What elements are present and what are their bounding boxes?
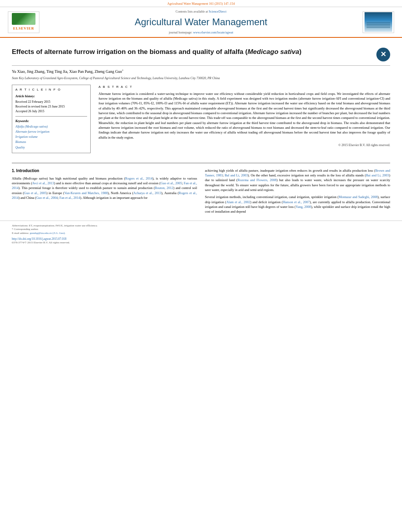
introduction-heading: 1. Introduction <box>12 168 197 174</box>
ref-yang[interactable]: Yang, 2008 <box>296 205 311 209</box>
ref-fan-2014b[interactable]: Fan et al., 2014 <box>60 196 80 200</box>
crossmark-badge: ✕ <box>376 48 390 61</box>
elsevier-logo: ELSEVIER <box>8 11 39 33</box>
affiliation-text: State Key Laboratory of Grassland Agro-E… <box>12 76 390 80</box>
ref-avci-2013[interactable]: Avci et al., 2013 <box>32 181 54 185</box>
accepted-date: Accepted 26 July 2015 <box>15 109 87 113</box>
keyword-3: Irrigation volume <box>15 135 87 139</box>
journal-homepage-line: journal homepage: www.elsevier.com/locat… <box>47 30 355 35</box>
abstract-text: Alternate furrow irrigation is considere… <box>99 91 390 140</box>
ref-rozema-flowers[interactable]: Rozema and Flowers, 2008 <box>238 178 277 182</box>
keywords-label: Keywords: <box>15 119 87 123</box>
intro-right-col: achieving high yields of alfalfa pasture… <box>205 168 390 217</box>
keyword-1: Alfalfa (Medicago sativa) <box>15 124 87 129</box>
journal-logo-box <box>363 11 394 33</box>
ref-bal-li[interactable]: Bal and Li, 2003 <box>225 173 248 177</box>
intro-paragraph-2: achieving high yields of alfalfa pasture… <box>205 168 390 193</box>
keyword-2: Alternate furrow irrigation <box>15 130 87 134</box>
corresponding-note: * Corresponding author. <box>12 228 390 232</box>
ref-guo-2005b[interactable]: Guo et al., 2005 <box>24 191 47 195</box>
article-history-label: Article history: <box>15 94 87 98</box>
doi-line: http://dx.doi.org/10.1016/j.agwat.2015.0… <box>12 237 390 241</box>
section-divider <box>12 163 390 163</box>
keyword-5: Quality <box>15 145 87 150</box>
revised-date: Received in revised form 23 June 2015 <box>15 104 87 109</box>
abstract-heading: A B S T R A C T <box>99 85 390 89</box>
abbreviations-note: Abbreviations: ET, evapotranspiration; I… <box>12 224 390 228</box>
page-footer: Abbreviations: ET, evapotranspiration; I… <box>0 221 402 247</box>
authors-line: Yu Xiao, Jing Zhang, Ting Ting Jia, Xiao… <box>12 69 390 74</box>
journal-title: Agricultural Water Management <box>47 15 355 29</box>
ref-montazar[interactable]: Montazar and Sadeghi, 2008 <box>339 195 378 199</box>
doi-link[interactable]: http://dx.doi.org/10.1016/j.agwat.2015.0… <box>12 237 66 241</box>
article-title: Effects of alternate furrow irrigation o… <box>12 48 376 56</box>
journal-header: ELSEVIER Contents lists available at Sci… <box>0 7 402 38</box>
crossmark-icon[interactable]: ✕ <box>376 48 390 61</box>
ref-rogers-2014[interactable]: Rogers et al., 2014 <box>125 176 153 180</box>
journal-logo-image <box>365 12 392 32</box>
journal-citation: Agricultural Water Management 161 (2015)… <box>0 0 402 7</box>
info-divider <box>15 116 87 117</box>
intro-paragraph-1: Alfalfa (Medicago sativa) has high nutri… <box>12 176 197 200</box>
article-title-section: Effects of alternate furrow irrigation o… <box>12 42 390 66</box>
article-info-abstract-section: A R T I C L E I N F O Article history: R… <box>12 85 390 158</box>
elsevier-wordmark: ELSEVIER <box>13 26 34 31</box>
issn-line: 0378-3774/© 2015 Elsevier B.V. All right… <box>12 241 390 245</box>
intro-paragraph-3: Several irrigation methods, including co… <box>205 195 390 214</box>
received-date: Received 22 February 2015 <box>15 100 87 104</box>
journal-title-area: Contents lists available at ScienceDirec… <box>39 9 363 35</box>
ref-guo-2005[interactable]: Guo et al., 2005 <box>160 181 182 185</box>
elsevier-logo-image <box>12 13 35 25</box>
ref-alam[interactable]: Alam et al., 2002 <box>226 200 250 204</box>
intro-left-col: 1. Introduction Alfalfa (Medicago sativa… <box>12 168 197 217</box>
journal-homepage-link[interactable]: www.elsevier.com/locate/agwat <box>193 31 233 34</box>
article-info-column: A R T I C L E I N F O Article history: R… <box>12 85 91 158</box>
ref-bai-li[interactable]: Bai and Li, 2003 <box>366 173 389 177</box>
introduction-section: 1. Introduction Alfalfa (Medicago sativa… <box>12 168 390 217</box>
article-container: Effects of alternate furrow irrigation o… <box>0 38 402 220</box>
copyright-line: © 2015 Elsevier B.V. All rights reserved… <box>99 143 390 147</box>
sciencedirect-link[interactable]: ScienceDirect <box>209 10 227 13</box>
contents-available-line: Contents lists available at ScienceDirec… <box>47 9 355 14</box>
ref-vankeuren[interactable]: Van-Keuren and Matches, 1988 <box>64 191 108 195</box>
keyword-4: Biomass <box>15 140 87 144</box>
ref-hanson[interactable]: Hanson et al., 2007 <box>283 200 310 204</box>
ref-acharya[interactable]: Acharya et al., 2013 <box>133 191 161 195</box>
abstract-column: A B S T R A C T Alternate furrow irrigat… <box>99 85 390 158</box>
footnotes-area: Abbreviations: ET, evapotranspiration; I… <box>12 224 390 235</box>
ref-bouton-2012[interactable]: Bouton, 2012 <box>155 186 173 190</box>
email-note: E-mail address: gunzhg@lzu.edu.cn (Z.G. … <box>12 232 390 235</box>
article-info-heading: A R T I C L E I N F O <box>15 87 87 92</box>
ref-guo-2004[interactable]: Guo et al., 2004 <box>36 196 58 200</box>
article-info-box: A R T I C L E I N F O Article history: R… <box>12 85 91 153</box>
author-email-link[interactable]: gunzhg@lzu.edu.cn (Z.G. Guo). <box>30 232 66 235</box>
